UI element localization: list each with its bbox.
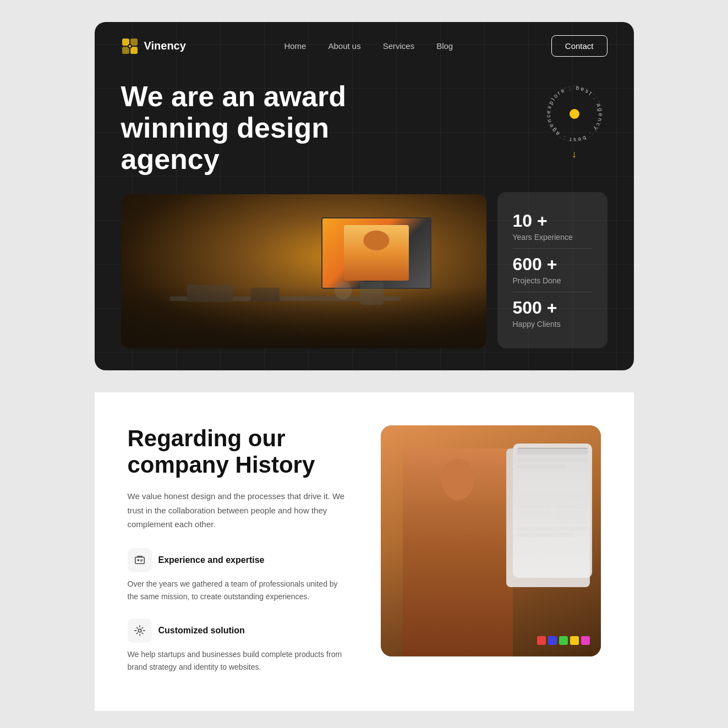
- svg-rect-9: [187, 284, 233, 302]
- monitor-screen: [322, 218, 430, 288]
- logo-icon: [121, 37, 139, 55]
- stat-years-label: Years Experience: [513, 233, 592, 242]
- svg-rect-16: [140, 561, 141, 561]
- about-title: Regarding our company History: [128, 425, 348, 479]
- stat-projects: 600 + Projects Done: [513, 249, 592, 292]
- about-left: Regarding our company History We value h…: [128, 425, 348, 689]
- feature-experience: Experience and expertise Over the years …: [128, 548, 348, 603]
- person-figure: [403, 448, 513, 656]
- feature-experience-header: Experience and expertise: [128, 548, 348, 572]
- feature-custom-title: Customized solution: [158, 626, 245, 636]
- hero-bottom: 10 + Years Experience 600 + Projects Don…: [95, 192, 634, 370]
- hero-section: Vinency Home About us Services Blog Cont…: [95, 22, 634, 370]
- nav-links: Home About us Services Blog: [284, 41, 453, 51]
- svg-point-5: [129, 45, 131, 47]
- logo[interactable]: Vinency: [121, 37, 186, 55]
- nav-home[interactable]: Home: [284, 41, 306, 51]
- about-img-simulation: [381, 425, 601, 656]
- person-on-screen: [344, 225, 409, 281]
- stat-years-number: 10 +: [513, 212, 592, 229]
- contact-button[interactable]: Contact: [551, 35, 607, 57]
- stat-projects-label: Projects Done: [513, 276, 592, 285]
- person-head: [441, 458, 474, 500]
- nav-services[interactable]: Services: [383, 41, 415, 51]
- feature-experience-desc: Over the years we gathered a team of pro…: [128, 578, 348, 603]
- color-swatches: [537, 636, 590, 645]
- svg-rect-1: [130, 39, 138, 46]
- about-section: Regarding our company History We value h…: [95, 392, 634, 711]
- monitor: [321, 217, 431, 289]
- stat-clients-label: Happy Clients: [513, 320, 592, 329]
- stat-clients: 500 + Happy Clients: [513, 292, 592, 335]
- svg-rect-2: [122, 47, 129, 54]
- experience-icon: [128, 548, 152, 572]
- stat-clients-number: 500 +: [513, 299, 592, 316]
- stats-card: 10 + Years Experience 600 + Projects Don…: [497, 192, 607, 348]
- svg-rect-0: [122, 39, 129, 46]
- svg-rect-3: [130, 47, 138, 54]
- desk-scene: [121, 194, 486, 348]
- monitor-content: [322, 218, 430, 288]
- badge-arrow: ↓: [572, 149, 577, 160]
- navbar: Vinency Home About us Services Blog Cont…: [95, 22, 634, 70]
- desk-items: [157, 279, 413, 325]
- stat-projects-number: 600 +: [513, 255, 592, 273]
- feature-experience-title: Experience and expertise: [158, 555, 265, 565]
- svg-rect-13: [135, 557, 144, 563]
- hero-content: We are an award winning design agency ex…: [95, 70, 634, 187]
- circular-badge: explore . best . agency . best . agency …: [541, 81, 607, 147]
- svg-rect-10: [250, 287, 280, 302]
- hero-image: [121, 194, 486, 348]
- svg-point-14: [137, 559, 139, 561]
- stat-years: 10 + Years Experience: [513, 205, 592, 249]
- about-description: We value honest design and the processes…: [128, 489, 348, 532]
- nav-about[interactable]: About us: [328, 41, 360, 51]
- about-right-image: [381, 425, 601, 656]
- nav-blog[interactable]: Blog: [436, 41, 453, 51]
- svg-rect-15: [140, 560, 143, 560]
- feature-custom-header: Customized solution: [128, 618, 348, 643]
- feature-custom-desc: We help startups and businesses build co…: [128, 648, 348, 674]
- custom-icon: [128, 618, 152, 643]
- svg-rect-12: [360, 282, 384, 305]
- wireframe-content: [513, 444, 592, 541]
- svg-point-17: [138, 629, 141, 632]
- badge-dot: [570, 109, 579, 119]
- hero-headline: We are an award winning design agency: [121, 81, 429, 176]
- page-wrapper: Vinency Home About us Services Blog Cont…: [95, 22, 634, 711]
- svg-point-11: [335, 282, 352, 299]
- brand-name: Vinency: [144, 40, 186, 52]
- wireframe-screen: [513, 444, 592, 578]
- feature-custom: Customized solution We help startups and…: [128, 618, 348, 674]
